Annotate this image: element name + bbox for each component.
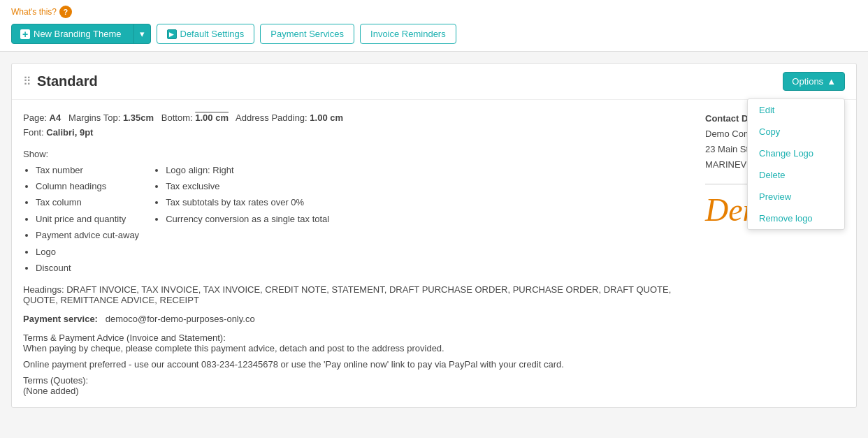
list-item: Currency conversion as a single tax tota… (166, 211, 329, 227)
new-branding-dropdown-arrow[interactable]: ▾ (133, 24, 150, 43)
theme-title: ⠿ Standard (23, 73, 98, 89)
font-value: Calibri, 9pt (46, 127, 93, 138)
payment-service-label: Payment service: (23, 314, 98, 324)
show-right-col: Logo align: Right Tax exclusive Tax subt… (153, 162, 329, 277)
headings-section: Headings: DRAFT INVOICE, TAX INVOICE, TA… (23, 284, 691, 305)
show-section: Show: Tax number Column headings Tax col… (23, 149, 691, 277)
terms-quotes-label: Terms (Quotes): (23, 375, 691, 386)
theme-name: Standard (37, 73, 98, 89)
change-logo-option[interactable]: Change Logo (748, 143, 844, 164)
list-item: Payment advice cut-away (36, 227, 139, 243)
online-payment-text: Online payment preferred - use our accou… (23, 359, 691, 370)
options-arrow-icon: ▲ (827, 76, 836, 87)
list-item: Logo (36, 244, 139, 260)
margins-top-value: 1.35cm (123, 112, 154, 123)
list-item: Discount (36, 260, 139, 276)
list-item: Tax subtotals by tax rates over 0% (166, 194, 329, 210)
list-item: Unit price and quantity (36, 211, 139, 227)
address-padding-value: 1.00 cm (310, 112, 343, 123)
theme-details: Page: A4 Margins Top: 1.35cm Bottom: 1.0… (23, 111, 691, 396)
plus-icon: + (20, 29, 30, 39)
theme-meta: Page: A4 Margins Top: 1.35cm Bottom: 1.0… (23, 111, 691, 140)
terms-text: When paying by cheque, please complete t… (23, 343, 691, 353)
payment-services-button[interactable]: Payment Services (260, 24, 354, 44)
address-padding-label: Address Padding: (236, 112, 308, 123)
terms-quotes-value: (None added) (23, 386, 691, 396)
payment-section: Payment service: democo@for-demo-purpose… (23, 314, 691, 324)
default-settings-button[interactable]: ▶ Default Settings (157, 24, 255, 44)
remove-logo-option[interactable]: Remove logo (748, 207, 844, 229)
terms-label: Terms & Payment Advice (Invoice and Stat… (23, 333, 691, 343)
list-item: Tax exclusive (166, 178, 329, 194)
copy-option[interactable]: Copy (748, 121, 844, 143)
divider (705, 184, 747, 184)
list-item: Tax column (36, 194, 139, 210)
left-col-list: Tax number Column headings Tax column Un… (36, 162, 139, 277)
whats-this-text: What's this? (11, 7, 57, 17)
invoice-reminders-label: Invoice Reminders (370, 29, 446, 39)
theme-card: ⠿ Standard Options ▲ Page: A4 Margins To… (11, 63, 857, 408)
whats-this-link[interactable]: What's this? ? (11, 6, 857, 18)
toolbar: + New Branding Theme ▾ ▶ Default Setting… (11, 24, 857, 51)
page-label: Page: (23, 112, 47, 123)
show-label: Show: (23, 149, 691, 159)
bottom-label: Bottom: (161, 112, 193, 123)
list-item: Column headings (36, 178, 139, 194)
preview-option[interactable]: Preview (748, 186, 844, 207)
bottom-value: 1.00 cm (195, 112, 229, 123)
new-branding-theme-button[interactable]: + New Branding Theme ▾ (11, 24, 151, 44)
delete-option[interactable]: Delete (748, 164, 844, 186)
show-columns: Tax number Column headings Tax column Un… (23, 162, 691, 277)
info-icon: ? (59, 6, 72, 18)
main-content: ⠿ Standard Options ▲ Page: A4 Margins To… (0, 52, 868, 419)
page-value: A4 (50, 112, 62, 123)
right-col-list: Logo align: Right Tax exclusive Tax subt… (166, 162, 329, 228)
invoice-reminders-button[interactable]: Invoice Reminders (360, 24, 456, 44)
default-settings-label: Default Settings (180, 29, 245, 39)
options-label: Options (792, 76, 823, 87)
play-icon: ▶ (167, 29, 177, 39)
terms-section: Terms & Payment Advice (Invoice and Stat… (23, 333, 691, 396)
payment-services-label: Payment Services (270, 29, 344, 39)
theme-card-header: ⠿ Standard Options ▲ (12, 64, 856, 100)
options-dropdown-menu: Edit Copy Change Logo Delete Preview Rem… (747, 98, 845, 230)
options-button[interactable]: Options ▲ (783, 72, 845, 91)
font-label: Font: (23, 127, 44, 138)
list-item: Tax number (36, 162, 139, 178)
theme-card-body: Page: A4 Margins Top: 1.35cm Bottom: 1.0… (12, 100, 856, 407)
show-left-col: Tax number Column headings Tax column Un… (23, 162, 139, 277)
drag-handle-icon[interactable]: ⠿ (23, 75, 31, 88)
margins-top-label: Margins Top: (68, 112, 120, 123)
list-item: Logo align: Right (166, 162, 329, 178)
new-branding-label: New Branding Theme (34, 29, 122, 39)
payment-service-value: democo@for-demo-purposes-only.co (106, 314, 255, 324)
edit-option[interactable]: Edit (748, 99, 844, 121)
